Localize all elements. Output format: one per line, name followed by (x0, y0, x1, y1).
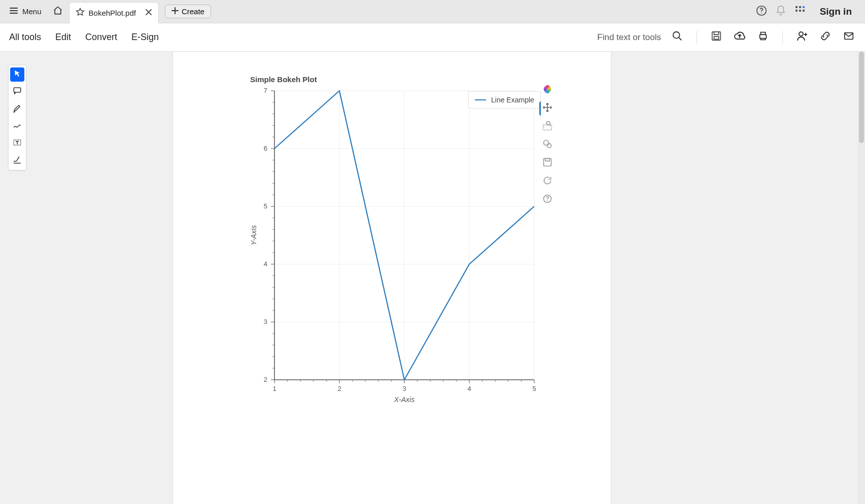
legend-label: Line Example (491, 96, 534, 104)
signin-button[interactable]: Sign in (811, 6, 861, 17)
svg-point-90 (546, 122, 550, 125)
svg-text:5: 5 (264, 202, 267, 210)
svg-rect-94 (545, 159, 549, 161)
save-icon (711, 30, 722, 44)
pan-tool[interactable] (539, 101, 553, 116)
svg-text:Y-Axis: Y-Axis (250, 225, 258, 245)
find-placeholder[interactable]: Find text or tools (597, 32, 661, 43)
svg-text:4: 4 (467, 385, 471, 392)
bokeh-logo-button[interactable] (540, 83, 555, 97)
svg-rect-14 (14, 88, 21, 92)
link-icon (820, 30, 831, 44)
bokeh-logo-icon (542, 84, 553, 97)
mail-button[interactable] (842, 30, 856, 45)
svg-text:3: 3 (264, 318, 267, 326)
reset-tool[interactable] (540, 174, 555, 189)
document-tab[interactable]: BokehPlot.pdf (69, 2, 159, 23)
chart-legend[interactable]: Line Example (468, 91, 541, 109)
tool-esign[interactable]: E-Sign (131, 32, 159, 43)
help-tool[interactable] (540, 193, 555, 207)
comment-icon (13, 86, 22, 97)
draw-tool[interactable] (10, 119, 24, 133)
print-icon (757, 30, 769, 44)
print-button[interactable] (756, 30, 770, 45)
select-tool[interactable] (10, 67, 24, 82)
wheelzoom-tool[interactable] (540, 138, 555, 152)
upload-button[interactable] (733, 30, 747, 45)
svg-rect-2 (795, 6, 798, 8)
annotation-toolbar (8, 65, 26, 170)
create-button[interactable]: Create (165, 5, 211, 18)
scrollbar-thumb[interactable] (859, 52, 864, 143)
tool-convert[interactable]: Convert (85, 32, 117, 43)
svg-text:7: 7 (264, 87, 267, 94)
document-area: Simple Bokeh Plot 23456712345X-AxisY-Axi… (0, 52, 865, 504)
pan-icon (542, 102, 552, 115)
svg-rect-6 (799, 10, 801, 12)
highlight-tool[interactable] (10, 102, 24, 116)
svg-rect-10 (714, 37, 718, 40)
boxzoom-tool[interactable] (540, 120, 555, 134)
separator (782, 31, 783, 44)
pdf-page: Simple Bokeh Plot 23456712345X-AxisY-Axi… (172, 52, 611, 504)
tab-filename: BokehPlot.pdf (89, 9, 136, 17)
star-icon[interactable] (76, 8, 85, 18)
comment-tool[interactable] (10, 85, 24, 99)
titlebar: Menu BokehPlot.pdf Create (0, 0, 865, 23)
hamburger-icon (9, 6, 18, 17)
svg-text:X-Axis: X-Axis (394, 395, 414, 404)
people-plus-icon (796, 30, 808, 45)
search-icon (672, 30, 683, 44)
tab-close-button[interactable] (145, 9, 152, 17)
text-tool[interactable] (10, 136, 24, 151)
apps-icon (795, 6, 805, 18)
menu-label: Menu (22, 7, 42, 16)
svg-rect-7 (803, 10, 805, 12)
create-label: Create (182, 7, 204, 16)
reset-icon (542, 175, 552, 188)
plus-icon (171, 7, 179, 16)
mail-icon (843, 30, 854, 44)
menu-button[interactable]: Menu (4, 3, 47, 20)
notifications-button[interactable] (772, 3, 789, 20)
share-people-button[interactable] (795, 30, 809, 45)
svg-text:2: 2 (337, 385, 341, 392)
pointer-icon (13, 69, 21, 80)
cloud-upload-icon (734, 30, 746, 45)
link-button[interactable] (818, 30, 833, 45)
svg-text:1: 1 (272, 385, 276, 392)
svg-point-12 (799, 32, 803, 36)
svg-point-1 (761, 12, 762, 13)
box-zoom-icon (542, 121, 552, 133)
signin-label: Sign in (820, 6, 852, 17)
svg-point-8 (673, 32, 680, 39)
home-icon (53, 6, 63, 18)
help-button[interactable] (753, 3, 770, 20)
search-button[interactable] (670, 30, 684, 45)
svg-rect-4 (803, 6, 805, 8)
savefig-tool[interactable] (540, 156, 555, 170)
bell-icon (775, 5, 786, 18)
chart-title: Simple Bokeh Plot (250, 75, 585, 84)
svg-rect-5 (795, 10, 798, 12)
tool-alltools[interactable]: All tools (9, 32, 41, 43)
save-fig-icon (542, 157, 552, 169)
svg-text:6: 6 (264, 145, 267, 152)
save-button[interactable] (709, 30, 723, 45)
legend-swatch (475, 99, 486, 100)
apps-button[interactable] (791, 3, 809, 20)
scrollbar[interactable] (858, 52, 865, 504)
svg-rect-93 (544, 159, 551, 166)
svg-text:5: 5 (532, 385, 536, 392)
svg-text:3: 3 (402, 385, 406, 392)
plot-container: Simple Bokeh Plot 23456712345X-AxisY-Axi… (250, 75, 585, 410)
draw-icon (13, 121, 22, 132)
help-icon (542, 194, 552, 206)
svg-rect-11 (760, 34, 767, 38)
sign-tool[interactable] (10, 154, 24, 168)
svg-text:2: 2 (264, 376, 267, 383)
separator (697, 31, 697, 44)
tool-edit[interactable]: Edit (55, 32, 71, 43)
toolbar: All tools Edit Convert E-Sign Find text … (0, 23, 865, 52)
home-button[interactable] (49, 3, 67, 21)
